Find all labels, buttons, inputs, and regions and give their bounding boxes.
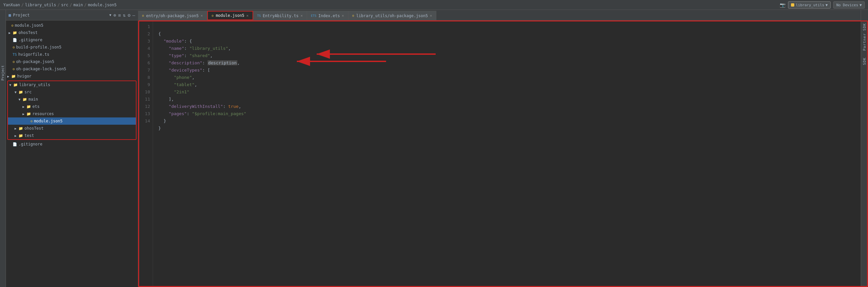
list-item[interactable]: ▶ 📁 resources: [8, 110, 136, 117]
collapse-all-button[interactable]: ≡: [118, 12, 121, 18]
tree-expand-arrow[interactable]: ▼: [9, 83, 13, 87]
code-line-8: "tablet",: [158, 82, 197, 87]
code-line-11: "deliveryWithInstall": true,: [158, 104, 241, 109]
lib-color-icon: [791, 3, 794, 7]
lib-selector-label: library_utils: [796, 3, 824, 7]
close-sidebar-button[interactable]: —: [132, 12, 135, 18]
sidebar-header: ▦ Project ▼ ⊕ ≡ ⇅ ⚙ —: [6, 10, 138, 21]
code-line-9: "2in1": [158, 89, 189, 94]
line-number: 5: [138, 52, 150, 59]
editor-area: ⚙ entry/oh-package.json5 ✕ ⚙ module.json…: [138, 10, 868, 287]
line-number: 4: [138, 45, 150, 52]
json-tab-icon: ⚙: [212, 14, 214, 17]
tab-entry-package[interactable]: ⚙ entry/oh-package.json5 ✕: [138, 11, 207, 20]
list-item[interactable]: ⚙ module.json5: [8, 117, 136, 125]
tree-expand-arrow[interactable]: ▼: [14, 91, 19, 94]
json-file-icon: ⚙: [12, 60, 15, 64]
json-file-icon: ⚙: [12, 67, 15, 71]
folder-icon: 📁: [11, 74, 16, 78]
code-line-6: "deviceTypes": [: [158, 68, 210, 73]
tab-label: library_utils/oh-package.json5: [356, 13, 428, 18]
tree-expand-arrow[interactable]: ▶: [9, 31, 12, 35]
tab-close-button[interactable]: ✕: [246, 13, 249, 18]
list-item[interactable]: ▶ 📁 hvigor: [6, 73, 138, 80]
tree-expand-arrow[interactable]: ▶: [23, 105, 26, 109]
camera-icon[interactable]: 📷: [780, 2, 785, 8]
json-file-icon: ⚙: [11, 24, 13, 28]
list-item[interactable]: ▼ 📁 src: [8, 88, 136, 96]
list-item[interactable]: ⚙ oh-package-lock.json5: [6, 65, 138, 73]
tree-expand-arrow[interactable]: ▶: [7, 75, 11, 78]
tree-item-label: src: [25, 90, 32, 94]
sidebar-title: Project: [13, 13, 107, 17]
list-item[interactable]: ▶ 📁 ohosTest: [6, 29, 138, 36]
tree-item-label: hvigor: [17, 74, 31, 78]
tabs-bar: ⚙ entry/oh-package.json5 ✕ ⚙ module.json…: [138, 10, 868, 21]
tab-index-ets[interactable]: ETS Index.ets ✕: [307, 11, 348, 20]
list-item[interactable]: ▶ 📁 ohosTest: [8, 125, 136, 132]
folder-icon: 📁: [13, 83, 18, 87]
project-icon: ▦: [9, 13, 11, 17]
file-icon: 📄: [12, 142, 17, 146]
list-item[interactable]: TS hvigorfile.ts: [6, 51, 138, 58]
left-strip: Project: [0, 10, 6, 287]
ts-tab-icon: TS: [257, 14, 261, 17]
add-file-button[interactable]: ⊕: [113, 12, 116, 18]
sidebar-actions: ⊕ ≡ ⇅ ⚙ —: [113, 12, 135, 18]
code-editor[interactable]: 1 2 3 4 5 6 7 8 9 10 11 12 13 14 { "modu: [138, 21, 868, 287]
settings-button[interactable]: ⚙: [128, 12, 130, 18]
list-item[interactable]: 📄 .gitignore: [6, 36, 138, 43]
tab-close-button[interactable]: ✕: [200, 13, 203, 18]
project-side-label: Project: [1, 65, 5, 80]
line-number: 6: [138, 59, 150, 67]
tab-entry-ability[interactable]: TS EntryAbility.ts ✕: [253, 11, 307, 20]
tree-expand-arrow[interactable]: ▶: [23, 112, 26, 116]
list-item[interactable]: ▶ 📁 ets: [8, 103, 136, 110]
library-selector[interactable]: library_utils ▼: [788, 1, 831, 8]
tree-item-label: oh-package.json5: [16, 59, 55, 64]
selected-file-label: module.json5: [34, 119, 63, 123]
device-selector[interactable]: No Devices ▼: [833, 1, 865, 8]
tab-module-json5[interactable]: ⚙ module.json5 ✕: [207, 11, 253, 20]
list-item[interactable]: ⚙ module.json5: [6, 22, 138, 29]
folder-icon: 📁: [19, 134, 23, 138]
tree-item-label: .gitignore: [19, 38, 42, 42]
list-item[interactable]: ▼ 📁 library_utils: [8, 81, 136, 88]
line-number: 13: [138, 110, 150, 117]
line-number: 8: [138, 74, 150, 81]
tab-label: Index.ets: [318, 13, 340, 18]
tab-label: entry/oh-package.json5: [146, 13, 199, 18]
json-file-icon: ⚙: [30, 119, 33, 123]
main-layout: Partner SDK SDK Project ▦ Project ▼ ⊕ ≡ …: [0, 10, 868, 287]
code-line-13: }: [158, 118, 166, 123]
sidebar-tree: ⚙ module.json5 ▶ 📁 ohosTest 📄 .gitignore…: [6, 21, 138, 287]
sidebar-dropdown-arrow[interactable]: ▼: [110, 13, 112, 17]
top-right-area: 📷 library_utils ▼ No Devices ▼: [780, 0, 868, 10]
list-item[interactable]: ▼ 📁 main: [8, 96, 136, 103]
tree-expand-arrow[interactable]: ▶: [14, 127, 19, 130]
tree-item-label: ets: [32, 104, 40, 109]
list-item[interactable]: 📄 .gitignore: [6, 141, 138, 148]
tab-close-button[interactable]: ✕: [342, 13, 344, 18]
tree-expand-arrow[interactable]: ▼: [19, 98, 23, 101]
tree-item-label: ohosTest: [19, 30, 38, 35]
breadcrumb-part: YanXuan: [3, 3, 20, 7]
list-item[interactable]: ⚙ build-profile.json5: [6, 43, 138, 51]
expand-button[interactable]: ⇅: [123, 12, 126, 18]
tree-item-label: test: [25, 133, 34, 138]
tab-library-package[interactable]: ⚙ library_utils/oh-package.json5 ✕: [348, 11, 436, 20]
tab-close-button[interactable]: ✕: [430, 13, 432, 18]
tree-item-label: hvigorfile.ts: [18, 52, 49, 57]
device-dropdown-arrow: ▼: [859, 3, 862, 7]
code-line-7: "phone",: [158, 75, 195, 80]
code-line-12: "pages": "$profile:main_pages": [158, 111, 246, 116]
line-number: 9: [138, 81, 150, 88]
line-number: 2: [138, 30, 150, 38]
list-item[interactable]: ⚙ oh-package.json5: [6, 58, 138, 65]
top-bar: YanXuan / library_utils / src / main / m…: [0, 0, 868, 10]
list-item[interactable]: ▶ 📁 test: [8, 132, 136, 139]
tab-close-button[interactable]: ✕: [301, 13, 303, 18]
line-number: 1: [138, 23, 150, 30]
json-file-icon: ⚙: [12, 45, 15, 49]
tree-expand-arrow[interactable]: ▶: [14, 134, 19, 138]
